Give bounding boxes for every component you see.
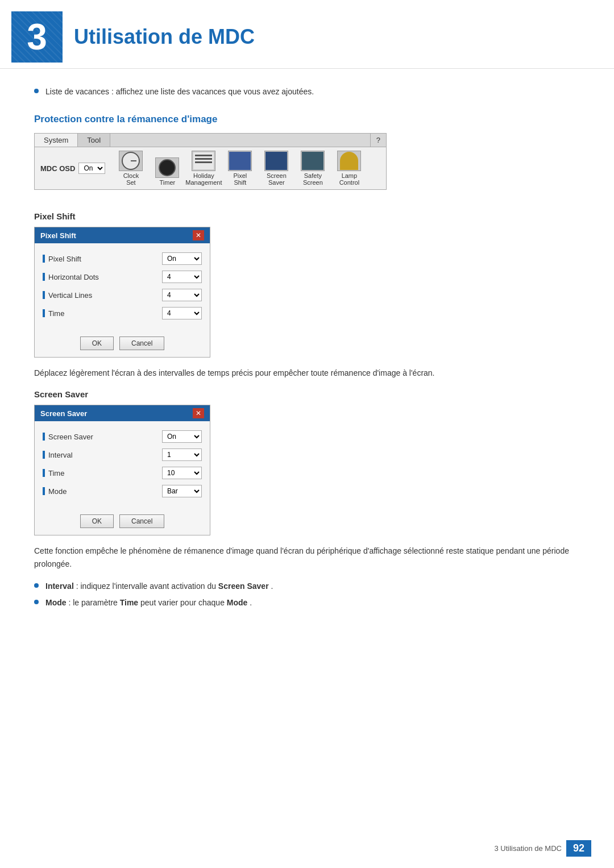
screen-saver-dialog: Screen Saver ✕ Screen Saver OnOff Interv… xyxy=(34,405,210,535)
mdc-osd-label: MDC OSD xyxy=(40,164,75,173)
timer-icon-img xyxy=(155,157,179,178)
toolbar-help[interactable]: ? xyxy=(370,134,386,147)
list-item-interval-text: Interval : indiquez l'intervalle avant a… xyxy=(45,580,273,592)
screen-saver-description: Cette fonction empêche le phénomène de r… xyxy=(34,545,580,570)
toolbar-icon-lamp-control[interactable]: LampControl xyxy=(333,151,366,186)
pixel-shift-row-2: Horizontal Dots 4123 xyxy=(43,271,202,283)
screen-saver-titlebar: Screen Saver ✕ xyxy=(35,405,210,421)
mode-text-2: peut varier pour chaque xyxy=(140,598,227,607)
toolbar-icon-holiday[interactable]: HolidayManagement xyxy=(187,151,220,186)
screen-saver-select-1[interactable]: OnOff xyxy=(162,430,202,443)
bullet-dot xyxy=(34,89,39,93)
toolbar-row: MDC OSD On Off ClockSet Time xyxy=(35,147,386,189)
label-bar xyxy=(43,255,45,263)
mdc-osd-dropdown[interactable]: On Off xyxy=(78,163,105,174)
bullet-dot xyxy=(34,583,39,588)
pixel-shift-icon xyxy=(229,152,251,170)
timer-icon xyxy=(159,159,176,176)
toolbar-icon-timer[interactable]: Timer xyxy=(151,157,184,186)
page-header: 3 Utilisation de MDC xyxy=(0,0,614,69)
holiday-icon-img xyxy=(192,151,215,171)
label-bar xyxy=(43,433,45,441)
pixel-shift-dialog-body: Pixel Shift OnOff Horizontal Dots 4123 xyxy=(35,243,210,332)
pixel-shift-label-3: Vertical Lines xyxy=(43,291,162,300)
chapter-number: 3 xyxy=(11,11,63,63)
screen-saver-cancel-btn[interactable]: Cancel xyxy=(119,514,164,528)
screen-saver-label-4: Mode xyxy=(43,487,162,496)
interval-text: : indiquez l'intervalle avant activation… xyxy=(76,582,218,591)
pixel-shift-row-3: Vertical Lines 4123 xyxy=(43,289,202,301)
safety-screen-icon-img xyxy=(301,151,325,171)
screen-saver-icon-img xyxy=(264,151,288,171)
pixel-shift-heading: Pixel Shift xyxy=(34,211,580,221)
screen-saver-label-2: Interval xyxy=(43,451,162,459)
label-bar xyxy=(43,469,45,477)
pixel-shift-label-2: Horizontal Dots xyxy=(43,273,162,281)
list-item-mode: Mode : le paramètre Time peut varier pou… xyxy=(34,597,580,609)
toolbar-icon-safety-screen[interactable]: SafetyScreen xyxy=(296,151,329,186)
toolbar-icon-screen-saver[interactable]: ScreenSaver xyxy=(260,151,293,186)
pixel-shift-close-btn[interactable]: ✕ xyxy=(193,230,204,240)
screen-saver-select-3[interactable]: 10515 xyxy=(162,467,202,479)
list-item-interval: Interval : indiquez l'intervalle avant a… xyxy=(34,580,580,592)
screen-saver-row-4: Mode BarEraserPixel xyxy=(43,485,202,497)
pixel-shift-label-4: Time xyxy=(43,309,162,318)
screen-saver-select-4[interactable]: BarEraserPixel xyxy=(162,485,202,497)
holiday-line-2 xyxy=(195,158,212,160)
pixel-shift-footer: OK Cancel xyxy=(35,332,210,357)
bullet-dot xyxy=(34,600,39,604)
mode-period: . xyxy=(250,598,252,607)
pixel-shift-ok-btn[interactable]: OK xyxy=(80,337,114,350)
screen-saver-ok-btn[interactable]: OK xyxy=(80,514,114,528)
pixel-shift-label-1: Pixel Shift xyxy=(43,255,162,263)
holiday-icon xyxy=(193,152,214,169)
screen-saver-row-2: Interval 123 xyxy=(43,448,202,461)
pixel-shift-select-3[interactable]: 4123 xyxy=(162,289,202,301)
mode-key: Mode xyxy=(45,598,67,607)
screen-saver-label-3: Time xyxy=(43,469,162,477)
screen-saver-close-btn[interactable]: ✕ xyxy=(193,408,204,418)
pixel-shift-select-1[interactable]: OnOff xyxy=(162,252,202,265)
pixel-shift-select-4[interactable]: 4123 xyxy=(162,307,202,319)
toolbar-icons: ClockSet Timer xyxy=(114,151,366,186)
label-bar xyxy=(43,273,45,281)
pixel-shift-cancel-btn[interactable]: Cancel xyxy=(119,337,164,350)
time-ref: Time xyxy=(120,598,138,607)
pixel-shift-row-1: Pixel Shift OnOff xyxy=(43,252,202,265)
clock-set-icon-img xyxy=(119,151,143,171)
intro-bullet-list: Liste de vacances : affichez une liste d… xyxy=(34,86,580,98)
page-footer: 3 Utilisation de MDC 92 xyxy=(494,840,591,857)
pixel-shift-label: PixelShift xyxy=(233,172,247,186)
interval-key: Interval xyxy=(45,582,74,591)
screen-saver-label-1: Screen Saver xyxy=(43,433,162,441)
list-item: Liste de vacances : affichez une liste d… xyxy=(34,86,580,98)
list-item-mode-text: Mode : le paramètre Time peut varier pou… xyxy=(45,597,252,609)
label-bar xyxy=(43,291,45,299)
footer-text: 3 Utilisation de MDC xyxy=(494,844,562,853)
screen-saver-icon xyxy=(265,152,287,170)
lamp-control-icon-img xyxy=(337,151,361,171)
list-item-text: Liste de vacances : affichez une liste d… xyxy=(45,86,314,98)
toolbar-icon-clock-set[interactable]: ClockSet xyxy=(114,151,147,186)
safety-screen-label: SafetyScreen xyxy=(303,172,323,186)
tab-system[interactable]: System xyxy=(35,134,78,147)
toolbar-icon-pixel-shift[interactable]: PixelShift xyxy=(223,151,256,186)
holiday-label: HolidayManagement xyxy=(185,172,222,186)
label-bar xyxy=(43,487,45,495)
holiday-line-1 xyxy=(195,155,212,156)
pixel-shift-row-4: Time 4123 xyxy=(43,307,202,319)
pixel-shift-icon-img xyxy=(228,151,252,171)
tab-tool[interactable]: Tool xyxy=(78,134,110,147)
screen-saver-ref: Screen Saver xyxy=(218,582,269,591)
bottom-bullet-list: Interval : indiquez l'intervalle avant a… xyxy=(34,580,580,609)
screen-saver-footer: OK Cancel xyxy=(35,510,210,535)
clock-icon xyxy=(122,152,140,170)
mode-text: : le paramètre xyxy=(68,598,119,607)
lamp-control-icon xyxy=(340,152,358,170)
main-content: Liste de vacances : affichez une liste d… xyxy=(0,80,614,659)
screen-saver-select-2[interactable]: 123 xyxy=(162,448,202,461)
pixel-shift-select-2[interactable]: 4123 xyxy=(162,271,202,283)
screen-saver-label: ScreenSaver xyxy=(267,172,287,186)
pixel-shift-titlebar: Pixel Shift ✕ xyxy=(35,227,210,243)
lamp-control-label: LampControl xyxy=(339,172,359,186)
